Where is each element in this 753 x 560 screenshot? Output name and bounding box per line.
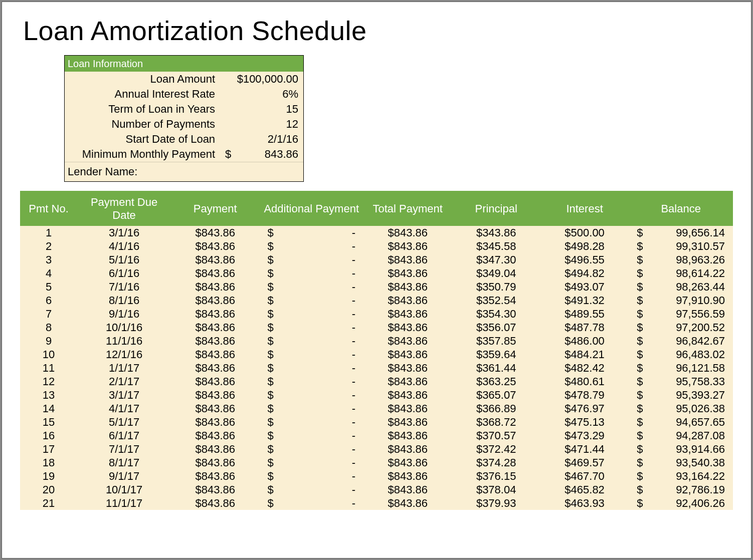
cell-principal: $365.07 bbox=[452, 388, 540, 402]
table-row: 810/1/16$843.86$-$843.86$356.07$487.78$9… bbox=[20, 321, 733, 334]
cell-total-payment: $843.86 bbox=[363, 334, 452, 348]
cell-principal: $354.30 bbox=[452, 307, 540, 321]
cell-total-payment: $843.86 bbox=[363, 361, 452, 375]
cell-balance-value: 93,914.66 bbox=[652, 442, 733, 456]
cell-additional-symbol: $ bbox=[259, 307, 282, 321]
cell-pmt-no: 20 bbox=[20, 483, 77, 496]
cell-additional-symbol: $ bbox=[259, 469, 282, 483]
cell-additional-value: - bbox=[282, 442, 363, 456]
cell-interest: $482.42 bbox=[540, 361, 629, 375]
cell-interest: $484.21 bbox=[540, 348, 629, 361]
cell-balance-symbol: $ bbox=[629, 375, 652, 388]
cell-interest: $478.79 bbox=[540, 388, 629, 402]
cell-principal: $349.04 bbox=[452, 266, 540, 280]
cell-principal: $350.79 bbox=[452, 280, 540, 294]
cell-balance-symbol: $ bbox=[629, 496, 652, 510]
cell-total-payment: $843.86 bbox=[363, 239, 452, 253]
col-interest: Interest bbox=[540, 191, 629, 226]
info-value: 6% bbox=[220, 87, 303, 102]
cell-pmt-no: 2 bbox=[20, 239, 77, 253]
cell-balance-value: 96,842.67 bbox=[652, 334, 733, 348]
table-row: 166/1/17$843.86$-$843.86$370.57$473.29$9… bbox=[20, 429, 733, 442]
cell-interest: $486.00 bbox=[540, 334, 629, 348]
cell-due-date: 9/1/16 bbox=[77, 307, 171, 321]
cell-balance-value: 98,614.22 bbox=[652, 266, 733, 280]
info-label: Annual Interest Rate bbox=[65, 87, 220, 102]
cell-total-payment: $843.86 bbox=[363, 253, 452, 266]
cell-payment: $843.86 bbox=[171, 442, 259, 456]
cell-due-date: 12/1/16 bbox=[77, 348, 171, 361]
cell-balance-symbol: $ bbox=[629, 456, 652, 469]
col-principal: Principal bbox=[452, 191, 540, 226]
cell-interest: $491.32 bbox=[540, 294, 629, 307]
cell-due-date: 9/1/17 bbox=[77, 469, 171, 483]
cell-due-date: 4/1/16 bbox=[77, 239, 171, 253]
cell-due-date: 5/1/17 bbox=[77, 415, 171, 429]
cell-balance-value: 98,263.44 bbox=[652, 280, 733, 294]
cell-additional-value: - bbox=[282, 388, 363, 402]
cell-additional-value: - bbox=[282, 361, 363, 375]
cell-due-date: 7/1/17 bbox=[77, 442, 171, 456]
cell-balance-symbol: $ bbox=[629, 442, 652, 456]
cell-balance-symbol: $ bbox=[629, 294, 652, 307]
cell-total-payment: $843.86 bbox=[363, 429, 452, 442]
cell-balance-value: 99,310.57 bbox=[652, 239, 733, 253]
table-row: 177/1/17$843.86$-$843.86$372.42$471.44$9… bbox=[20, 442, 733, 456]
col-additional-payment: Additional Payment bbox=[259, 191, 363, 226]
cell-balance-symbol: $ bbox=[629, 253, 652, 266]
cell-principal: $376.15 bbox=[452, 469, 540, 483]
cell-total-payment: $843.86 bbox=[363, 226, 452, 239]
cell-balance-value: 98,963.26 bbox=[652, 253, 733, 266]
cell-balance-value: 99,656.14 bbox=[652, 226, 733, 239]
col-due-date: Payment Due Date bbox=[77, 191, 171, 226]
cell-due-date: 5/1/16 bbox=[77, 253, 171, 266]
loan-info-box: Loan Information Loan Amount $100,000.00… bbox=[64, 55, 304, 182]
cell-payment: $843.86 bbox=[171, 388, 259, 402]
schedule-header-row: Pmt No. Payment Due Date Payment Additio… bbox=[20, 191, 733, 226]
cell-interest: $465.82 bbox=[540, 483, 629, 496]
cell-payment: $843.86 bbox=[171, 266, 259, 280]
loan-info-table: Loan Amount $100,000.00 Annual Interest … bbox=[65, 72, 303, 162]
cell-balance-symbol: $ bbox=[629, 334, 652, 348]
cell-total-payment: $843.86 bbox=[363, 321, 452, 334]
schedule-table: Pmt No. Payment Due Date Payment Additio… bbox=[20, 191, 733, 510]
cell-due-date: 3/1/17 bbox=[77, 388, 171, 402]
cell-pmt-no: 1 bbox=[20, 226, 77, 239]
info-label: Minimum Monthly Payment bbox=[65, 147, 220, 162]
table-row: 46/1/16$843.86$-$843.86$349.04$494.82$98… bbox=[20, 266, 733, 280]
cell-payment: $843.86 bbox=[171, 402, 259, 415]
cell-balance-value: 93,164.22 bbox=[652, 469, 733, 483]
cell-additional-symbol: $ bbox=[259, 388, 282, 402]
cell-total-payment: $843.86 bbox=[363, 469, 452, 483]
col-balance: Balance bbox=[629, 191, 733, 226]
cell-interest: $475.13 bbox=[540, 415, 629, 429]
cell-interest: $467.70 bbox=[540, 469, 629, 483]
table-row: 79/1/16$843.86$-$843.86$354.30$489.55$97… bbox=[20, 307, 733, 321]
cell-additional-value: - bbox=[282, 226, 363, 239]
cell-additional-value: - bbox=[282, 496, 363, 510]
loan-info-header: Loan Information bbox=[65, 56, 303, 72]
cell-total-payment: $843.86 bbox=[363, 375, 452, 388]
cell-additional-value: - bbox=[282, 402, 363, 415]
cell-balance-symbol: $ bbox=[629, 226, 652, 239]
table-row: 2010/1/17$843.86$-$843.86$378.04$465.82$… bbox=[20, 483, 733, 496]
cell-payment: $843.86 bbox=[171, 483, 259, 496]
cell-balance-symbol: $ bbox=[629, 361, 652, 375]
cell-additional-value: - bbox=[282, 239, 363, 253]
cell-pmt-no: 21 bbox=[20, 496, 77, 510]
table-row: 2111/1/17$843.86$-$843.86$379.93$463.93$… bbox=[20, 496, 733, 510]
cell-balance-symbol: $ bbox=[629, 388, 652, 402]
cell-balance-value: 92,786.19 bbox=[652, 483, 733, 496]
cell-additional-symbol: $ bbox=[259, 361, 282, 375]
cell-interest: $500.00 bbox=[540, 226, 629, 239]
table-row: 68/1/16$843.86$-$843.86$352.54$491.32$97… bbox=[20, 294, 733, 307]
cell-additional-symbol: $ bbox=[259, 334, 282, 348]
info-label: Term of Loan in Years bbox=[65, 102, 220, 117]
cell-pmt-no: 10 bbox=[20, 348, 77, 361]
cell-additional-symbol: $ bbox=[259, 375, 282, 388]
cell-balance-value: 97,910.90 bbox=[652, 294, 733, 307]
info-row-start-date: Start Date of Loan 2/1/16 bbox=[65, 132, 303, 147]
cell-pmt-no: 16 bbox=[20, 429, 77, 442]
cell-balance-value: 93,540.38 bbox=[652, 456, 733, 469]
info-row-min-payment: Minimum Monthly Payment $ 843.86 bbox=[65, 147, 303, 162]
